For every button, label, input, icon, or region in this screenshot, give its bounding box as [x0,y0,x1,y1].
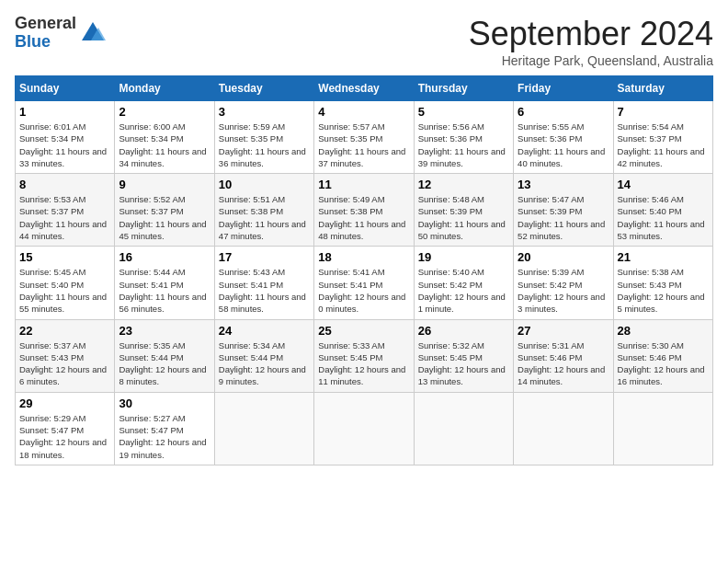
weekday-header-friday: Friday [514,76,613,101]
day-number: 28 [618,324,709,338]
calendar-cell: 22 Sunrise: 5:37 AMSunset: 5:43 PMDaylig… [16,319,115,392]
calendar-cell: 4 Sunrise: 5:57 AMSunset: 5:35 PMDayligh… [314,101,414,174]
day-info: Sunrise: 5:53 AMSunset: 5:37 PMDaylight:… [19,194,107,241]
location: Heritage Park, Queensland, Australia [469,53,713,68]
calendar-cell: 1 Sunrise: 6:01 AMSunset: 5:34 PMDayligh… [16,101,115,174]
day-number: 27 [518,324,609,338]
day-number: 21 [618,250,709,264]
weekday-header-tuesday: Tuesday [214,76,313,101]
day-number: 29 [19,396,110,410]
day-info: Sunrise: 5:55 AMSunset: 5:36 PMDaylight:… [518,121,605,168]
calendar-cell: 13 Sunrise: 5:47 AMSunset: 5:39 PMDaylig… [514,174,613,247]
day-number: 26 [418,324,509,338]
calendar-cell: 21 Sunrise: 5:38 AMSunset: 5:43 PMDaylig… [613,247,712,319]
day-info: Sunrise: 6:00 AMSunset: 5:34 PMDaylight:… [119,121,206,168]
calendar-cell: 29 Sunrise: 5:29 AMSunset: 5:47 PMDaylig… [16,392,115,465]
calendar-cell [214,392,313,465]
day-info: Sunrise: 5:45 AMSunset: 5:40 PMDaylight:… [19,267,107,314]
day-number: 22 [19,324,110,338]
day-info: Sunrise: 5:41 AMSunset: 5:41 PMDaylight:… [318,267,405,314]
day-number: 14 [618,178,709,191]
day-number: 9 [119,178,210,191]
calendar-cell: 23 Sunrise: 5:35 AMSunset: 5:44 PMDaylig… [115,319,214,392]
day-info: Sunrise: 5:54 AMSunset: 5:37 PMDaylight:… [618,121,705,168]
day-info: Sunrise: 5:44 AMSunset: 5:41 PMDaylight:… [119,267,206,314]
day-number: 13 [518,178,609,191]
calendar-cell [514,392,613,465]
day-info: Sunrise: 5:51 AMSunset: 5:38 PMDaylight:… [219,194,306,241]
calendar-cell: 19 Sunrise: 5:40 AMSunset: 5:42 PMDaylig… [414,247,513,319]
day-number: 20 [518,250,609,264]
calendar-cell: 18 Sunrise: 5:41 AMSunset: 5:41 PMDaylig… [314,247,414,319]
calendar-cell: 3 Sunrise: 5:59 AMSunset: 5:35 PMDayligh… [214,101,313,174]
weekday-header-wednesday: Wednesday [314,76,414,101]
day-info: Sunrise: 5:43 AMSunset: 5:41 PMDaylight:… [219,267,306,314]
logo-icon [80,20,106,46]
day-info: Sunrise: 5:52 AMSunset: 5:37 PMDaylight:… [119,194,206,241]
calendar-cell: 30 Sunrise: 5:27 AMSunset: 5:47 PMDaylig… [115,392,214,465]
day-number: 3 [219,105,310,119]
day-info: Sunrise: 5:27 AMSunset: 5:47 PMDaylight:… [119,413,206,460]
weekday-header-monday: Monday [115,76,214,101]
page-header: General Blue September 2024 Heritage Par… [15,15,713,68]
title-section: September 2024 Heritage Park, Queensland… [469,15,713,68]
day-info: Sunrise: 6:01 AMSunset: 5:34 PMDaylight:… [19,121,107,168]
calendar-cell: 6 Sunrise: 5:55 AMSunset: 5:36 PMDayligh… [514,101,613,174]
day-number: 19 [418,250,509,264]
calendar-cell: 8 Sunrise: 5:53 AMSunset: 5:37 PMDayligh… [16,174,115,247]
calendar-table: SundayMondayTuesdayWednesdayThursdayFrid… [15,75,713,465]
calendar-cell: 9 Sunrise: 5:52 AMSunset: 5:37 PMDayligh… [115,174,214,247]
day-info: Sunrise: 5:56 AMSunset: 5:36 PMDaylight:… [418,121,506,168]
day-info: Sunrise: 5:30 AMSunset: 5:46 PMDaylight:… [618,340,705,387]
day-info: Sunrise: 5:37 AMSunset: 5:43 PMDaylight:… [19,340,107,387]
day-info: Sunrise: 5:33 AMSunset: 5:45 PMDaylight:… [318,340,405,387]
calendar-cell [414,392,513,465]
calendar-cell: 11 Sunrise: 5:49 AMSunset: 5:38 PMDaylig… [314,174,414,247]
day-info: Sunrise: 5:39 AMSunset: 5:42 PMDaylight:… [518,267,605,314]
day-number: 25 [318,324,409,338]
day-info: Sunrise: 5:40 AMSunset: 5:42 PMDaylight:… [418,267,506,314]
day-info: Sunrise: 5:35 AMSunset: 5:44 PMDaylight:… [119,340,206,387]
day-number: 15 [19,250,110,264]
calendar-cell: 26 Sunrise: 5:32 AMSunset: 5:45 PMDaylig… [414,319,513,392]
calendar-cell: 2 Sunrise: 6:00 AMSunset: 5:34 PMDayligh… [115,101,214,174]
day-number: 6 [518,105,609,119]
calendar-cell: 28 Sunrise: 5:30 AMSunset: 5:46 PMDaylig… [613,319,712,392]
weekday-header-sunday: Sunday [16,76,115,101]
calendar-cell: 10 Sunrise: 5:51 AMSunset: 5:38 PMDaylig… [214,174,313,247]
day-number: 8 [19,178,110,191]
calendar-week-row: 29 Sunrise: 5:29 AMSunset: 5:47 PMDaylig… [16,392,713,465]
day-number: 1 [19,105,110,119]
day-info: Sunrise: 5:29 AMSunset: 5:47 PMDaylight:… [19,413,107,460]
day-info: Sunrise: 5:47 AMSunset: 5:39 PMDaylight:… [518,194,605,241]
day-number: 30 [119,396,210,410]
day-number: 18 [318,250,409,264]
weekday-header-saturday: Saturday [613,76,712,101]
day-number: 2 [119,105,210,119]
calendar-cell [613,392,712,465]
day-number: 24 [219,324,310,338]
calendar-header-row: SundayMondayTuesdayWednesdayThursdayFrid… [16,76,713,101]
calendar-week-row: 8 Sunrise: 5:53 AMSunset: 5:37 PMDayligh… [16,174,713,247]
calendar-cell: 17 Sunrise: 5:43 AMSunset: 5:41 PMDaylig… [214,247,313,319]
month-title: September 2024 [469,15,713,53]
day-number: 12 [418,178,509,191]
logo: General Blue [15,15,106,52]
day-number: 5 [418,105,509,119]
calendar-week-row: 22 Sunrise: 5:37 AMSunset: 5:43 PMDaylig… [16,319,713,392]
calendar-cell: 24 Sunrise: 5:34 AMSunset: 5:44 PMDaylig… [214,319,313,392]
calendar-cell: 7 Sunrise: 5:54 AMSunset: 5:37 PMDayligh… [613,101,712,174]
day-number: 10 [219,178,310,191]
day-number: 17 [219,250,310,264]
day-info: Sunrise: 5:48 AMSunset: 5:39 PMDaylight:… [418,194,506,241]
calendar-cell: 5 Sunrise: 5:56 AMSunset: 5:36 PMDayligh… [414,101,513,174]
day-info: Sunrise: 5:49 AMSunset: 5:38 PMDaylight:… [318,194,405,241]
logo-blue: Blue [15,33,76,52]
day-info: Sunrise: 5:38 AMSunset: 5:43 PMDaylight:… [618,267,705,314]
logo-general: General [15,15,76,33]
day-number: 7 [618,105,709,119]
day-number: 16 [119,250,210,264]
day-info: Sunrise: 5:46 AMSunset: 5:40 PMDaylight:… [618,194,705,241]
calendar-cell: 15 Sunrise: 5:45 AMSunset: 5:40 PMDaylig… [16,247,115,319]
calendar-cell: 20 Sunrise: 5:39 AMSunset: 5:42 PMDaylig… [514,247,613,319]
